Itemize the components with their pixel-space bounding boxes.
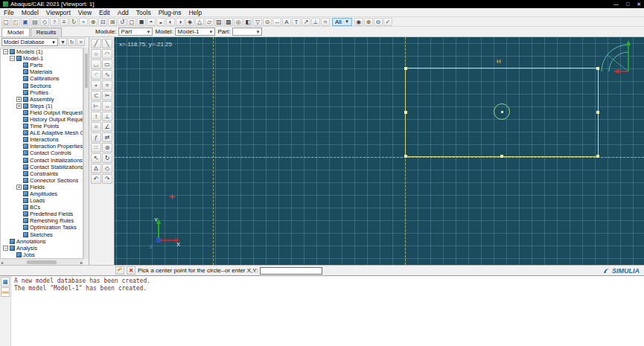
tree-expander[interactable]: − (3, 49, 8, 54)
iso-view-icon[interactable]: ◈ (185, 18, 194, 26)
spline-tool[interactable]: ∿ (102, 70, 112, 80)
perspective-icon[interactable]: △ (195, 18, 204, 26)
pan-view-icon[interactable]: + (79, 18, 88, 26)
auto-trim-tool[interactable]: ✂ (102, 91, 112, 100)
point-tool[interactable]: • (91, 80, 101, 90)
tree-profiles[interactable]: Profiles (1, 89, 83, 96)
menu-item[interactable]: Tools (133, 9, 155, 16)
edit-dimension-tool[interactable]: ↕ (91, 112, 101, 121)
midpoint-handle[interactable] (404, 111, 407, 114)
undo-tool[interactable]: ↶ (91, 174, 101, 184)
tree-calibrations[interactable]: Calibrations (1, 75, 83, 82)
bottom-view-icon[interactable]: ◒ (156, 18, 165, 26)
tree-bcs[interactable]: BCs (1, 204, 83, 211)
close-button[interactable]: ✕ (637, 1, 641, 7)
tree-predefined-fields[interactable]: Predefined Fields (1, 211, 83, 217)
menu-item[interactable]: Help (185, 9, 205, 16)
rotate-tool[interactable]: ↻ (102, 153, 112, 163)
tree-model-1[interactable]: − Model-1 (1, 55, 83, 62)
prompt-back-button[interactable]: ↶ (115, 266, 124, 275)
magnify-view-icon[interactable]: ⊕ (89, 18, 98, 26)
tree-models[interactable]: − Models (1) (1, 48, 83, 55)
display-group-selector[interactable]: All ▼ (332, 18, 352, 26)
intersect-displaygroup-icon[interactable]: ✓ (383, 18, 392, 26)
tree-options-icon[interactable]: ≡ (77, 38, 85, 46)
tree-contact-initializations[interactable]: Contact Initializations (1, 157, 83, 164)
scroll-right-icon[interactable]: ▸ (80, 260, 83, 265)
mirror-tool[interactable]: ⇄ (102, 132, 112, 142)
wireframe-render-icon[interactable]: ▱ (205, 18, 214, 26)
constraint-tool[interactable]: ⊥ (102, 112, 112, 121)
vertex-handle[interactable] (596, 155, 599, 158)
tree-history-output-requests[interactable]: History Output Requests (1, 116, 83, 123)
menu-item[interactable]: View (74, 9, 95, 16)
tree-fields[interactable]: + Fields (1, 184, 83, 190)
message-area-tab[interactable] (1, 277, 10, 286)
new-model-icon[interactable]: ▢ (1, 18, 10, 26)
tree-expander[interactable]: + (16, 185, 22, 190)
arc-center-ends-tool[interactable]: ◡ (91, 60, 101, 69)
tree-materials[interactable]: Materials (1, 68, 83, 75)
offset-tool[interactable]: ≈ (102, 80, 112, 90)
tree-expander[interactable]: − (10, 56, 15, 61)
right-view-icon[interactable]: ◑ (176, 18, 185, 26)
arrow-annotation-icon[interactable]: ↗ (302, 18, 310, 26)
tree-field-output-requests[interactable]: Field Output Requests (1, 109, 83, 116)
fillet-tool[interactable]: ◜ (91, 70, 101, 80)
query-info-icon[interactable]: ? (50, 18, 59, 26)
tree-annotations[interactable]: Annotations (1, 238, 83, 245)
tree-interaction-properties[interactable]: Interaction Properties (1, 143, 83, 150)
auto-fit-icon[interactable]: ⊞ (108, 18, 117, 26)
circle-center-point[interactable] (501, 111, 503, 113)
color-code-icon[interactable]: ◧ (243, 18, 252, 26)
angle-constraint-tool[interactable]: ∠ (102, 122, 112, 132)
print-icon[interactable]: ▤ (31, 18, 39, 26)
tree-filter-icon[interactable]: ▼ (59, 38, 67, 46)
back-view-icon[interactable]: ◼ (137, 18, 146, 26)
menu-item[interactable]: File (0, 9, 18, 16)
box-zoom-icon[interactable]: ⊡ (98, 18, 107, 26)
menu-item[interactable]: Model (18, 9, 42, 16)
tree-assembly[interactable]: + Assembly (1, 96, 83, 103)
parameter-manager-tool[interactable]: ƒ (91, 132, 101, 142)
project-edges-tool[interactable]: ⊂ (91, 91, 101, 100)
coordinate-system-icon[interactable]: ⊥ (311, 18, 320, 26)
radial-pattern-tool[interactable]: ⊛ (102, 143, 112, 153)
menu-item[interactable]: Viewport (42, 9, 74, 16)
circle-tool[interactable]: ○ (91, 49, 101, 59)
tree-jobs[interactable]: Jobs (1, 252, 83, 258)
construction-line-tool[interactable]: ╲ (102, 39, 112, 48)
line-tool[interactable]: ╱ (91, 39, 101, 48)
model-select[interactable]: Model-1 ▼ (175, 28, 215, 36)
probe-values-icon[interactable]: ⊙ (263, 18, 272, 26)
maximize-button[interactable]: □ (626, 1, 629, 7)
tree-constraints[interactable]: Constraints (1, 170, 83, 177)
tree-interactions[interactable]: Interactions (1, 136, 83, 143)
coordinate-input[interactable] (260, 267, 322, 275)
minimize-button[interactable]: — (613, 1, 619, 7)
tree-sketches[interactable]: Sketches (1, 231, 83, 238)
vertex-handle[interactable] (404, 67, 407, 70)
text-annotation-icon[interactable]: T (292, 18, 301, 26)
menu-item[interactable]: Plug-ins (155, 9, 185, 16)
arc-3points-tool[interactable]: ◠ (102, 49, 112, 59)
front-view-icon[interactable]: ◻ (127, 18, 136, 26)
midpoint-handle[interactable] (596, 111, 599, 114)
tree-parts[interactable]: Parts (1, 62, 83, 68)
top-view-icon[interactable]: ◓ (147, 18, 156, 26)
selection-toggle-icon[interactable]: ▽ (253, 18, 262, 26)
vertex-handle[interactable] (404, 155, 407, 158)
module-select[interactable]: Part ▼ (118, 28, 153, 36)
tree-refresh-icon[interactable]: ↻ (68, 38, 76, 46)
add-displaygroup-icon[interactable]: ⊕ (364, 18, 373, 26)
session-objects-icon[interactable]: ◇ (40, 18, 49, 26)
tree-loads[interactable]: Loads (1, 197, 83, 204)
menu-item[interactable]: Edit (95, 9, 114, 16)
tree-amplitudes[interactable]: Amplitudes (1, 190, 83, 197)
scroll-thumb[interactable] (27, 260, 57, 264)
tree-vertical-scrollbar[interactable] (83, 48, 89, 259)
redo-tool[interactable]: ↷ (102, 174, 112, 184)
dimension-tool[interactable]: ↔ (102, 101, 112, 111)
tree-remeshing-rules[interactable]: Remeshing Rules (1, 217, 83, 224)
tree-steps[interactable]: + Steps (1) (1, 103, 83, 109)
